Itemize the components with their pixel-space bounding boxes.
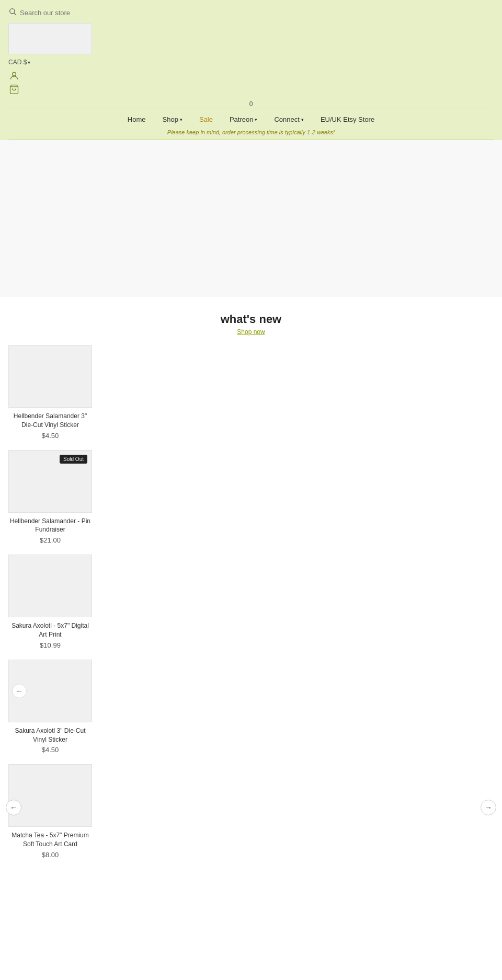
nav-item-patreon[interactable]: Patreon ▾ xyxy=(221,112,266,126)
currency-selector[interactable]: CAD $ ▾ xyxy=(8,56,494,68)
currency-label: CAD $ xyxy=(8,59,27,66)
product-image xyxy=(8,555,92,617)
product-card[interactable]: ← Sakura Axolotl 3" Die-Cut Vinyl Sticke… xyxy=(8,660,92,754)
notice-bar: Please keep in mind, order processing ti… xyxy=(8,126,494,140)
product-image xyxy=(8,345,92,408)
carousel-prev-wrapper: ← xyxy=(6,800,21,815)
product-price: $4.50 xyxy=(8,432,92,440)
nav-item-shop[interactable]: Shop ▾ xyxy=(154,112,191,126)
product-card[interactable]: Hellbender Salamander 3" Die-Cut Vinyl S… xyxy=(8,345,92,440)
product-grid: Hellbender Salamander 3" Die-Cut Vinyl S… xyxy=(8,345,92,859)
chevron-down-icon: ▾ xyxy=(28,60,30,65)
product-price: $21.00 xyxy=(8,536,92,544)
nav-item-etsy[interactable]: EU/UK Etsy Store xyxy=(312,112,383,126)
product-card[interactable]: Sakura Axolotl - 5x7" Digital Art Print … xyxy=(8,555,92,649)
header: CAD $ ▾ 0 Home Shop ▾ Sale xyxy=(0,0,502,140)
chevron-down-icon: ▾ xyxy=(301,117,304,122)
product-name: Hellbender Salamander - Pin Fundraiser xyxy=(8,517,92,535)
product-image xyxy=(8,764,92,827)
sold-out-badge: Sold Out xyxy=(60,455,87,464)
product-prev-button[interactable]: ← xyxy=(12,684,27,698)
product-image: Sold Out xyxy=(8,450,92,513)
whats-new-section: what's new Shop now ← → Hellbender Salam… xyxy=(0,297,502,869)
product-name: Sakura Axolotl - 5x7" Digital Art Print xyxy=(8,621,92,639)
chevron-down-icon: ▾ xyxy=(180,117,182,122)
search-row xyxy=(8,4,494,21)
search-input[interactable] xyxy=(20,9,124,17)
nav-item-home[interactable]: Home xyxy=(119,112,154,126)
svg-point-0 xyxy=(10,9,15,14)
carousel-next-button[interactable]: → xyxy=(481,800,496,815)
logo-area xyxy=(8,23,494,54)
product-name: Sakura Axolotl 3" Die-Cut Vinyl Sticker xyxy=(8,727,92,744)
product-name: Hellbender Salamander 3" Die-Cut Vinyl S… xyxy=(8,412,92,430)
cart-button[interactable] xyxy=(8,84,20,95)
cart-count: 0 xyxy=(8,99,494,109)
product-price: $10.99 xyxy=(8,641,92,649)
nav-item-sale[interactable]: Sale xyxy=(191,112,221,126)
notice-text: Please keep in mind, order processing ti… xyxy=(167,129,335,135)
product-price: $4.50 xyxy=(8,746,92,754)
logo-image xyxy=(8,23,92,54)
header-top-bar: CAD $ ▾ 0 Home Shop ▾ Sale xyxy=(0,0,502,140)
svg-point-2 xyxy=(13,72,16,76)
header-icons xyxy=(8,68,494,99)
product-card[interactable]: Sold Out Hellbender Salamander - Pin Fun… xyxy=(8,450,92,545)
account-button[interactable] xyxy=(8,70,20,82)
nav-item-connect[interactable]: Connect ▾ xyxy=(266,112,312,126)
product-name: Matcha Tea - 5x7" Premium Soft Touch Art… xyxy=(8,831,92,849)
product-price: $8.00 xyxy=(8,851,92,859)
svg-line-1 xyxy=(14,13,16,15)
carousel-next-wrapper: → xyxy=(481,800,496,815)
product-image: ← xyxy=(8,660,92,722)
hero-banner xyxy=(0,140,502,297)
shop-now-link[interactable]: Shop now xyxy=(8,328,494,336)
main-nav: Home Shop ▾ Sale Patreon ▾ Connect ▾ EU/… xyxy=(8,109,494,126)
carousel-prev-button[interactable]: ← xyxy=(6,800,21,815)
search-icon xyxy=(8,7,17,18)
whats-new-inner: what's new Shop now ← → Hellbender Salam… xyxy=(8,313,494,859)
whats-new-title: what's new xyxy=(8,313,494,326)
chevron-down-icon: ▾ xyxy=(255,117,257,122)
